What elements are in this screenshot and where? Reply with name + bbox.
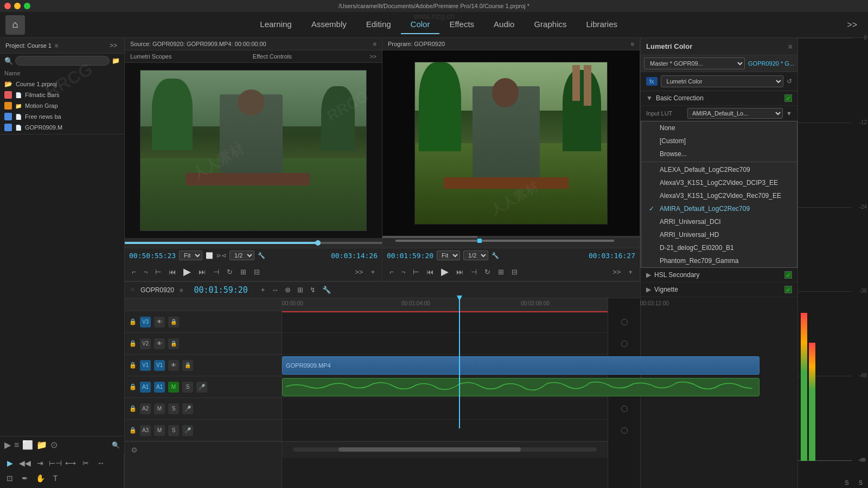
- keyframe-circle-v3[interactable]: [621, 319, 628, 325]
- track-eye-v1[interactable]: 👁: [168, 360, 179, 371]
- keyframe-circle-v2[interactable]: [621, 341, 628, 347]
- track-content-v2[interactable]: [282, 333, 608, 355]
- input-lut-select[interactable]: AMIRA_Default_Lo...: [687, 108, 783, 119]
- src-loop[interactable]: ↻: [224, 267, 235, 277]
- src-insert[interactable]: ⊞: [238, 267, 249, 277]
- pen-tool[interactable]: ✒: [17, 471, 33, 486]
- track-s-a2[interactable]: S: [168, 403, 179, 414]
- menu-effects[interactable]: Effects: [439, 15, 484, 34]
- tl-tool-4[interactable]: ⊞: [295, 285, 305, 295]
- keyframe-circle-a2[interactable]: [621, 406, 628, 412]
- src-overwrite[interactable]: ⊟: [251, 267, 263, 277]
- add-bin-icon[interactable]: ▶: [4, 440, 11, 450]
- select-tool[interactable]: ▶: [2, 455, 17, 471]
- timeline-playhead[interactable]: [459, 298, 460, 428]
- tl-tool-6[interactable]: 🔧: [320, 285, 333, 295]
- source-tab-effects[interactable]: Effect Controls: [253, 53, 292, 60]
- prog-lift[interactable]: ⊞: [495, 267, 507, 277]
- hand-tool[interactable]: ✋: [33, 471, 48, 486]
- track-sync-v3[interactable]: V3: [140, 317, 151, 328]
- prog-mark-in[interactable]: ⌐: [387, 267, 397, 277]
- source-tabs-more[interactable]: >>: [369, 53, 376, 60]
- program-scrubber[interactable]: [382, 236, 640, 248]
- prog-play[interactable]: ▶: [438, 265, 451, 279]
- keyframe-circle-a3[interactable]: [621, 427, 628, 434]
- timeline-close[interactable]: ✕: [130, 286, 135, 293]
- home-button[interactable]: ⌂: [5, 15, 25, 35]
- lut-option-phantom[interactable]: Phantom_Rec709_Gamma: [641, 254, 797, 267]
- track-s-a3[interactable]: S: [168, 425, 179, 436]
- track-src-v2[interactable]: V2: [140, 338, 151, 349]
- circle-icon[interactable]: ⊙: [50, 440, 58, 450]
- tl-tool-3[interactable]: ⊛: [283, 285, 293, 295]
- lut-option-alexav3-rec709[interactable]: AlexaV3_K1S1_LogC2Video_Rec709_EE: [641, 189, 797, 202]
- src-mark-out[interactable]: ¬: [141, 267, 151, 277]
- menu-more[interactable]: >>: [841, 20, 863, 30]
- slip-tool[interactable]: ↔: [93, 455, 108, 471]
- tl-tool-2[interactable]: ↔: [269, 285, 280, 295]
- track-lock2-v3[interactable]: 🔒: [168, 317, 179, 328]
- rolling-edit-tool[interactable]: ⊢⊣: [48, 455, 63, 471]
- program-menu-icon[interactable]: ≡: [631, 41, 634, 47]
- track-src-v1[interactable]: V1: [154, 360, 165, 371]
- menu-learning[interactable]: Learning: [250, 15, 301, 34]
- prog-extract[interactable]: ⊟: [509, 267, 520, 277]
- timeline-menu-icon[interactable]: ≡: [180, 287, 183, 293]
- lut-option-alexav3-dcip3[interactable]: AlexaV3_K1S1_LogC2Video_DCIP3_EE: [641, 176, 797, 189]
- lumetri-effect-select[interactable]: Lumetri Color: [661, 75, 783, 87]
- program-fraction-select[interactable]: 1/2: [463, 251, 488, 260]
- tl-bottom-btn1[interactable]: ⊙: [129, 445, 139, 455]
- timeline-ruler[interactable]: 00:00:00 00:01:04:00 00:02:08:00 00:03:1…: [282, 298, 608, 311]
- lumetri-reset-icon[interactable]: ↺: [787, 78, 792, 85]
- lut-option-arri-hd[interactable]: ARRI_Universal_HD: [641, 228, 797, 241]
- source-scrubber-head[interactable]: [315, 240, 321, 246]
- folder-icon[interactable]: 📁: [112, 57, 120, 65]
- lut-option-d21[interactable]: D-21_delogC_EI0200_B1: [641, 241, 797, 254]
- vignette-checkbox[interactable]: ✓: [784, 286, 792, 293]
- lut-option-arri-dci[interactable]: ARRI_Universal_DCI: [641, 215, 797, 228]
- menu-editing[interactable]: Editing: [356, 15, 401, 34]
- track-content-a2[interactable]: [282, 398, 608, 420]
- lut-option-none[interactable]: None: [641, 121, 797, 134]
- lut-option-browse[interactable]: Browse...: [641, 147, 797, 160]
- prog-step-fwd[interactable]: ⏭: [454, 267, 466, 277]
- type-tool[interactable]: T: [48, 471, 63, 486]
- src-mark-in[interactable]: ⌐: [129, 267, 139, 277]
- lut-option-amira[interactable]: ✓ AMIRA_Default_LogC2Rec709: [641, 202, 797, 215]
- razor-tool[interactable]: ✂: [78, 455, 93, 471]
- lut-option-alexa[interactable]: ALEXA_Default_LogC2Rec709: [641, 163, 797, 176]
- tl-tool-5[interactable]: ↯: [308, 285, 318, 295]
- track-lock2-v2[interactable]: 🔒: [168, 338, 179, 349]
- src-step-fwd[interactable]: ⏭: [196, 267, 208, 277]
- timeline-scrollbar[interactable]: [282, 441, 608, 458]
- track-m-a2[interactable]: M: [154, 403, 165, 414]
- hsl-secondary-checkbox[interactable]: ✓: [784, 271, 792, 279]
- src-prev-in-out[interactable]: ⊢: [152, 267, 164, 277]
- tl-tool-1[interactable]: +: [259, 285, 267, 295]
- track-src-a1[interactable]: A1: [154, 382, 165, 393]
- src-more[interactable]: >>: [352, 267, 366, 277]
- source-menu-icon[interactable]: ≡: [373, 41, 376, 47]
- track-eye-v3[interactable]: 👁: [154, 317, 165, 328]
- folder-view-icon[interactable]: 📁: [36, 440, 47, 450]
- list-item[interactable]: 📄 GOPR0909.M: [0, 122, 124, 133]
- track-m-a3[interactable]: M: [154, 425, 165, 436]
- track-content-v3[interactable]: [282, 311, 608, 333]
- program-fit-select[interactable]: Fit: [437, 251, 460, 260]
- project-menu-icon[interactable]: ≡: [55, 42, 58, 49]
- prog-add[interactable]: +: [626, 267, 635, 277]
- track-s-a1[interactable]: S: [182, 382, 193, 393]
- menu-libraries[interactable]: Libraries: [576, 15, 627, 34]
- list-item[interactable]: 📂 Course 1.prproj: [0, 79, 124, 89]
- slide-tool[interactable]: ⊡: [2, 471, 17, 486]
- find-icon[interactable]: 🔍: [112, 441, 120, 449]
- list-item[interactable]: 📁 Motion Grap: [0, 100, 124, 111]
- track-target-v1[interactable]: V1: [140, 360, 151, 371]
- src-add[interactable]: +: [368, 267, 378, 277]
- maximize-button[interactable]: [24, 3, 30, 9]
- track-select-tool[interactable]: ◀◀: [17, 455, 33, 471]
- lumetri-master-select[interactable]: Master * GOPR09...: [644, 57, 745, 69]
- prog-step-back[interactable]: ⏮: [424, 267, 436, 277]
- fx-label[interactable]: fx: [646, 77, 658, 86]
- track-target-a1[interactable]: A1: [140, 382, 151, 393]
